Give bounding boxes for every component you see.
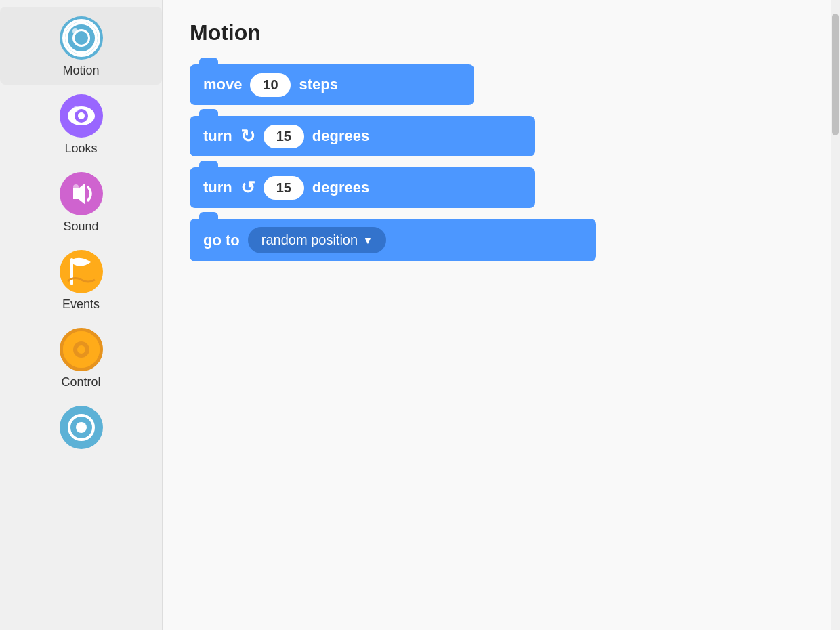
motion-icon-svg: [60, 16, 103, 60]
block-move-prefix: move: [203, 76, 242, 93]
block-move-steps[interactable]: move 10 steps: [190, 64, 813, 105]
svg-rect-14: [70, 258, 73, 285]
svg-point-1: [66, 23, 96, 53]
events-icon: [60, 250, 103, 293]
looks-icon-svg: [60, 94, 103, 138]
block-turnr-suffix: degrees: [312, 127, 369, 145]
control-icon: [60, 328, 103, 371]
svg-point-8: [78, 112, 85, 119]
sidebar-item-sensing-partial[interactable]: [0, 396, 162, 457]
scrollbar-thumb[interactable]: [832, 14, 839, 135]
sidebar-looks-label: Looks: [64, 142, 97, 156]
page-title: Motion: [190, 20, 813, 45]
svg-point-0: [61, 18, 102, 58]
sensing-icon-partial: [60, 406, 103, 449]
main-content: Motion move 10 steps turn ↻ 15 degrees t…: [163, 0, 840, 630]
sidebar-motion-label: Motion: [62, 64, 99, 78]
sidebar: Motion Looks: [0, 0, 163, 630]
block-goto-dropdown[interactable]: random position ▼: [248, 227, 386, 253]
looks-icon: [60, 94, 103, 138]
sidebar-sound-label: Sound: [63, 219, 98, 234]
sensing-icon-partial-svg: [60, 406, 103, 449]
svg-point-2: [75, 31, 88, 45]
block-container: move 10 steps turn ↻ 15 degrees turn ↺ 1…: [190, 64, 813, 261]
block-goto-prefix: go to: [203, 232, 240, 249]
block-turnl-prefix: turn: [203, 179, 232, 196]
sound-icon: [60, 172, 103, 215]
control-icon-svg: [63, 331, 100, 368]
block-move-input[interactable]: 10: [250, 73, 291, 97]
svg-point-15: [73, 259, 79, 265]
block-turnr-input[interactable]: 15: [264, 125, 304, 148]
block-go-to[interactable]: go to random position ▼: [190, 219, 813, 261]
sidebar-control-label: Control: [61, 375, 100, 390]
sidebar-item-events[interactable]: Events: [0, 240, 162, 318]
turn-left-icon: ↺: [240, 177, 255, 198]
block-move-suffix: steps: [299, 76, 337, 93]
sound-icon-svg: [60, 172, 103, 215]
motion-icon: [60, 16, 103, 60]
svg-point-4: [72, 28, 78, 34]
sidebar-item-motion[interactable]: Motion: [0, 7, 162, 85]
block-turn-right[interactable]: turn ↻ 15 degrees: [190, 116, 813, 156]
svg-point-3: [79, 35, 84, 41]
dropdown-arrow-icon: ▼: [363, 235, 373, 246]
svg-point-9: [73, 106, 79, 112]
sidebar-events-label: Events: [62, 297, 100, 312]
block-turn-left[interactable]: turn ↺ 15 degrees: [190, 167, 813, 208]
block-turnr-prefix: turn: [203, 127, 232, 145]
turn-right-icon: ↻: [240, 126, 255, 147]
svg-point-12: [73, 184, 79, 190]
block-goto-dropdown-value: random position: [261, 232, 358, 248]
block-turnl-suffix: degrees: [312, 179, 369, 196]
sidebar-item-looks[interactable]: Looks: [0, 85, 162, 163]
sidebar-item-control[interactable]: Control: [0, 318, 162, 396]
scrollbar-track[interactable]: [831, 0, 840, 630]
svg-point-18: [77, 345, 85, 354]
sidebar-item-sound[interactable]: Sound: [0, 163, 162, 240]
block-turnl-input[interactable]: 15: [264, 176, 304, 200]
svg-point-13: [61, 251, 102, 292]
events-icon-svg: [60, 250, 103, 293]
svg-point-21: [76, 422, 87, 433]
